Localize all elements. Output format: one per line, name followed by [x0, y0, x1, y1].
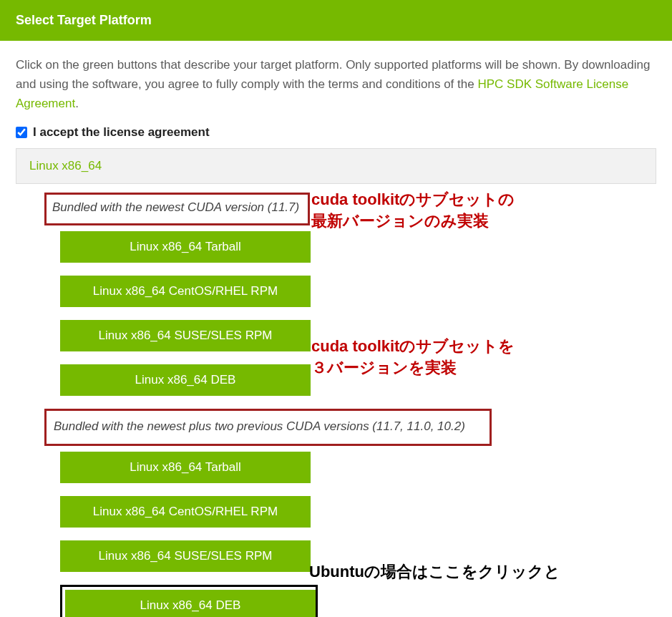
bundle-multi-header: Bundled with the newest plus two previou…	[44, 409, 492, 446]
annotation-text: cuda toolkitのサブセットの	[311, 190, 515, 208]
bundle-multi-buttons: Linux x86_64 Tarball Linux x86_64 CentOS…	[60, 452, 656, 617]
download-centos-rpm-button[interactable]: Linux x86_64 CentOS/RHEL RPM	[60, 496, 311, 528]
deb-highlight-box: Linux x86_64 DEB	[60, 585, 318, 617]
annotation-newest: cuda toolkitのサブセットの 最新バージョンのみ実装	[311, 189, 515, 231]
page-header: Select Target Platform	[0, 0, 672, 41]
download-deb-button[interactable]: Linux x86_64 DEB	[65, 590, 316, 617]
desc-text-after: .	[75, 97, 79, 110]
annotation-text: 最新バージョンのみ実装	[311, 212, 489, 230]
annotation-ubuntu: Ubuntuの場合はここをクリックと	[309, 561, 665, 583]
platform-panel: Linux x86_64	[16, 148, 656, 184]
license-row: I accept the license agreement	[16, 125, 656, 140]
download-tarball-button[interactable]: Linux x86_64 Tarball	[60, 231, 311, 263]
bundle-multi-section: Bundled with the newest plus two previou…	[44, 409, 656, 617]
annotation-text: ３バージョンを実装	[311, 359, 457, 376]
annotation-text: Ubuntuの場合はここをクリックと	[309, 563, 560, 580]
page-title: Select Target Platform	[16, 13, 152, 27]
download-tarball-button[interactable]: Linux x86_64 Tarball	[60, 452, 311, 483]
download-deb-button[interactable]: Linux x86_64 DEB	[60, 364, 311, 396]
platform-description: Click on the green buttons that describe…	[16, 55, 656, 114]
download-centos-rpm-button[interactable]: Linux x86_64 CentOS/RHEL RPM	[60, 276, 311, 307]
annotation-multi: cuda toolkitのサブセットを ３バージョンを実装	[311, 336, 515, 378]
license-checkbox[interactable]	[16, 127, 27, 138]
annotation-text: cuda toolkitのサブセットを	[311, 337, 515, 355]
download-suse-rpm-button[interactable]: Linux x86_64 SUSE/SLES RPM	[60, 540, 311, 572]
bundle-newest-header: Bundled with the newest CUDA version (11…	[44, 193, 310, 225]
license-label[interactable]: I accept the license agreement	[33, 125, 210, 140]
download-suse-rpm-button[interactable]: Linux x86_64 SUSE/SLES RPM	[60, 320, 311, 351]
platform-title: Linux x86_64	[29, 159, 102, 173]
